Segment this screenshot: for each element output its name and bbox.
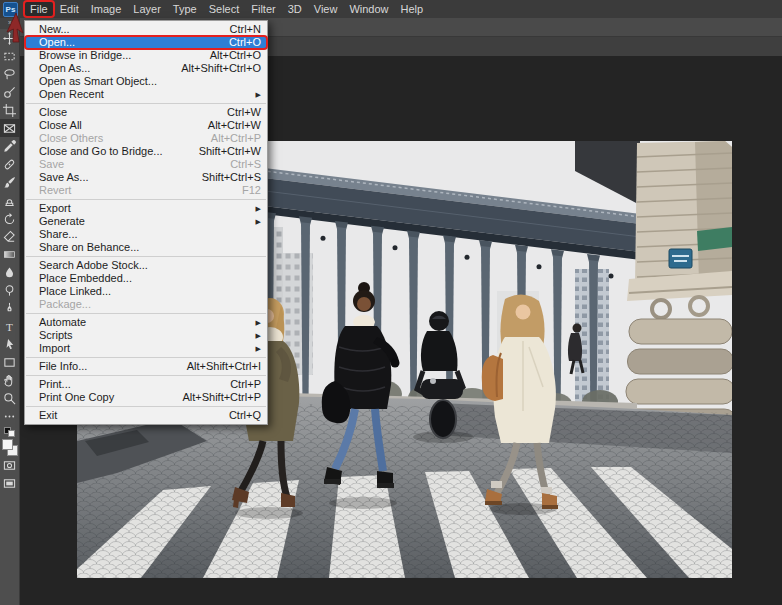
menubar-item-filter[interactable]: Filter — [246, 2, 280, 16]
foreground-background-swatches[interactable] — [2, 439, 18, 456]
edit-toolbar-button[interactable] — [0, 407, 20, 425]
menubar-item-help[interactable]: Help — [396, 2, 429, 16]
tool-rectangle[interactable] — [0, 353, 20, 371]
tool-frame[interactable] — [0, 119, 20, 137]
menu-item-label: Print... — [39, 378, 230, 391]
tool-gradient[interactable] — [0, 245, 20, 263]
tool-eraser[interactable] — [0, 227, 20, 245]
menu-item-share[interactable]: Share... — [25, 228, 267, 241]
menu-item-save-as[interactable]: Save As...Shift+Ctrl+S — [25, 171, 267, 184]
menu-item-label: Open... — [39, 36, 229, 49]
annotation-arrow-cursor — [4, 13, 26, 43]
menu-item-save[interactable]: SaveCtrl+S — [25, 158, 267, 171]
menubar: Ps FileEditImageLayerTypeSelectFilter3DV… — [0, 0, 782, 18]
menu-item-open-as[interactable]: Open As...Alt+Shift+Ctrl+O — [25, 62, 267, 75]
tool-dodge[interactable] — [0, 281, 20, 299]
foreground-color-swatch[interactable] — [2, 439, 13, 450]
menu-item-label: Search Adobe Stock... — [39, 259, 261, 272]
default-swatches-button[interactable] — [4, 427, 16, 437]
menu-item-export[interactable]: Export▶ — [25, 202, 267, 215]
tool-rectangular-marquee[interactable] — [0, 47, 20, 65]
menu-item-revert[interactable]: RevertF12 — [25, 184, 267, 197]
tool-brush[interactable] — [0, 173, 20, 191]
rectangle-icon — [3, 356, 16, 369]
menu-item-label: Close and Go to Bridge... — [39, 145, 199, 158]
brush-icon — [3, 176, 16, 189]
menu-item-import[interactable]: Import▶ — [25, 342, 267, 355]
menubar-item-type[interactable]: Type — [168, 2, 202, 16]
tool-quick-selection[interactable] — [0, 83, 20, 101]
menu-item-label: Place Embedded... — [39, 272, 261, 285]
frame-icon — [3, 122, 16, 135]
menu-item-label: Scripts — [39, 329, 250, 342]
quick-mask-icon — [3, 459, 16, 472]
tool-eyedropper[interactable] — [0, 137, 20, 155]
menu-item-automate[interactable]: Automate▶ — [25, 316, 267, 329]
menu-item-package[interactable]: Package... — [25, 298, 267, 311]
menu-item-print-one-copy[interactable]: Print One CopyAlt+Shift+Ctrl+P — [25, 391, 267, 404]
menu-item-print[interactable]: Print...Ctrl+P — [25, 378, 267, 391]
menu-item-file-info[interactable]: File Info...Alt+Shift+Ctrl+I — [25, 360, 267, 373]
menu-item-place-linked[interactable]: Place Linked... — [25, 285, 267, 298]
menu-item-label: Automate — [39, 316, 250, 329]
menubar-item-edit[interactable]: Edit — [55, 2, 84, 16]
submenu-arrow-icon: ▶ — [256, 329, 261, 342]
quick-mask-button[interactable] — [0, 456, 20, 474]
menu-item-label: Browse in Bridge... — [39, 49, 210, 62]
tool-blur[interactable] — [0, 263, 20, 281]
menu-item-close-and-go-to-bridge[interactable]: Close and Go to Bridge...Shift+Ctrl+W — [25, 145, 267, 158]
menu-item-label: Share... — [39, 228, 261, 241]
tool-hand[interactable] — [0, 371, 20, 389]
menu-item-label: Import — [39, 342, 250, 355]
tool-crop[interactable] — [0, 101, 20, 119]
menu-item-close[interactable]: CloseCtrl+W — [25, 106, 267, 119]
path-selection-icon — [3, 338, 16, 351]
menu-item-shortcut: Alt+Ctrl+O — [210, 49, 261, 62]
menu-item-share-on-behance[interactable]: Share on Behance... — [25, 241, 267, 254]
menu-item-exit[interactable]: ExitCtrl+Q — [25, 409, 267, 422]
menu-item-new[interactable]: New...Ctrl+N — [25, 23, 267, 36]
type-icon: T — [3, 320, 16, 333]
tool-clone-stamp[interactable] — [0, 191, 20, 209]
tool-pen[interactable] — [0, 299, 20, 317]
menu-item-browse-in-bridge[interactable]: Browse in Bridge...Alt+Ctrl+O — [25, 49, 267, 62]
menubar-item-image[interactable]: Image — [86, 2, 127, 16]
menubar-item-select[interactable]: Select — [204, 2, 245, 16]
gradient-icon — [3, 248, 16, 261]
menubar-item-file[interactable]: File — [25, 2, 53, 16]
tool-path-selection[interactable] — [0, 335, 20, 353]
menu-item-open-recent[interactable]: Open Recent▶ — [25, 88, 267, 101]
menu-item-label: Print One Copy — [39, 391, 182, 404]
menu-item-label: Open as Smart Object... — [39, 75, 261, 88]
rectangular-marquee-icon — [3, 50, 16, 63]
tool-history-brush[interactable] — [0, 209, 20, 227]
menubar-item-window[interactable]: Window — [344, 2, 393, 16]
menu-item-open[interactable]: Open...Ctrl+O — [25, 36, 267, 49]
menubar-item-view[interactable]: View — [309, 2, 343, 16]
svg-text:T: T — [6, 320, 13, 332]
menu-item-label: Close All — [39, 119, 208, 132]
menu-item-place-embedded[interactable]: Place Embedded... — [25, 272, 267, 285]
menu-item-scripts[interactable]: Scripts▶ — [25, 329, 267, 342]
tool-spot-healing-brush[interactable] — [0, 155, 20, 173]
menu-item-shortcut: F12 — [242, 184, 261, 197]
menu-item-search-adobe-stock[interactable]: Search Adobe Stock... — [25, 259, 267, 272]
tool-type[interactable]: T — [0, 317, 20, 335]
menubar-item-layer[interactable]: Layer — [128, 2, 166, 16]
menu-item-shortcut: Ctrl+W — [227, 106, 261, 119]
pen-icon — [3, 302, 16, 315]
screen-mode-button[interactable] — [0, 474, 20, 492]
photo-paris-street-plaque — [669, 249, 692, 268]
menu-item-open-as-smart-object[interactable]: Open as Smart Object... — [25, 75, 267, 88]
menu-item-shortcut: Alt+Shift+Ctrl+O — [181, 62, 261, 75]
file-menu-dropdown: New...Ctrl+NOpen...Ctrl+OBrowse in Bridg… — [24, 20, 268, 425]
menu-item-close-all[interactable]: Close AllAlt+Ctrl+W — [25, 119, 267, 132]
menu-item-close-others[interactable]: Close OthersAlt+Ctrl+P — [25, 132, 267, 145]
tool-zoom[interactable] — [0, 389, 20, 407]
menu-item-generate[interactable]: Generate▶ — [25, 215, 267, 228]
menu-item-shortcut: Shift+Ctrl+S — [202, 171, 261, 184]
tool-lasso[interactable] — [0, 65, 20, 83]
menu-item-label: Exit — [39, 409, 229, 422]
menu-item-label: File Info... — [39, 360, 187, 373]
menubar-item-3d[interactable]: 3D — [283, 2, 307, 16]
